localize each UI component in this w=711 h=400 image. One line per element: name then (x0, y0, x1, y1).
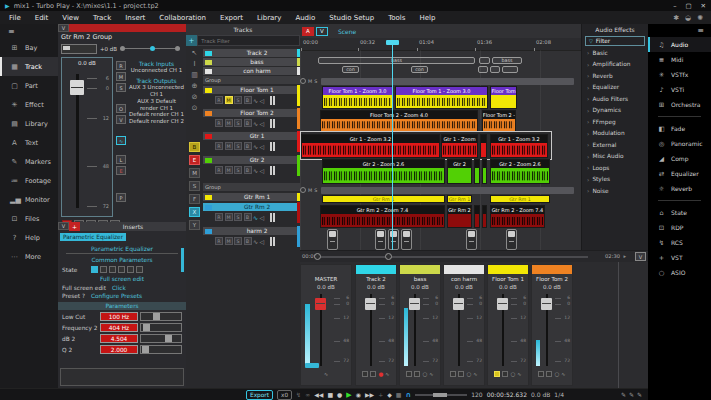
clip-gtr-1[interactable]: Gtr 1 - Zoom 3.2 (490, 134, 548, 158)
group-collapse-bar[interactable] (321, 78, 574, 85)
sidebar-item-text[interactable]: AText (0, 133, 58, 152)
track-solo-button[interactable]: S (234, 142, 242, 150)
pin-tool-icon[interactable]: ✎ (629, 391, 634, 398)
track-mute-button[interactable]: M (225, 213, 233, 221)
add-marker-button[interactable]: + (378, 391, 383, 398)
track-row-floor-tom-2[interactable]: Floor Tom 2 R M S B ∿ ◁ (203, 108, 300, 129)
sidebar-item-files[interactable]: ⊡Files (0, 209, 58, 228)
group-record-dot[interactable] (300, 187, 306, 193)
toggle-s-button[interactable]: S (189, 181, 200, 191)
cue-button[interactable]: ◉ (356, 391, 361, 398)
track-record-button[interactable]: R (215, 213, 223, 221)
gain-slider[interactable] (61, 44, 97, 54)
menu-audio[interactable]: Audio (288, 14, 322, 22)
track-row-gtr-rm-2-selected[interactable]: Gtr Rm 2 R M S B ∿ ◁ (203, 202, 300, 223)
play-button[interactable]: ▶ (346, 391, 351, 399)
effects-category-reverb[interactable]: ›Reverb (582, 70, 648, 82)
sidebar-item-markers[interactable]: ✎Markers (0, 152, 58, 171)
effects-category-loops[interactable]: ›Loops (582, 162, 648, 174)
add-insert-button[interactable]: + (69, 222, 80, 231)
fader-handle[interactable] (453, 298, 464, 310)
mixer-collapse-button[interactable]: V (635, 252, 646, 261)
wave-icon[interactable]: ∿ (253, 143, 258, 150)
clip-gtr-rm-2[interactable]: Gtr Rm 2 - Zoom 7.4 (490, 205, 545, 228)
scroll-arrow-icon[interactable]: ▸ (623, 253, 626, 259)
audio-tab[interactable]: A (302, 27, 314, 36)
forward-button[interactable]: ▶▶ (365, 391, 374, 398)
inspector-v-tab[interactable]: V (58, 24, 69, 32)
strip-checkbox[interactable] (406, 371, 412, 377)
sidebar-item-part[interactable]: ▢Part (0, 76, 58, 95)
visibility-button[interactable]: V (116, 115, 126, 124)
wave-icon[interactable]: ∿ (429, 371, 433, 377)
speaker-icon[interactable]: ◁ (260, 214, 265, 221)
eq-state-checkbox[interactable] (136, 266, 143, 273)
loop-icon[interactable]: ∞ (305, 391, 310, 398)
monitor-dot-icon[interactable]: ○ (554, 371, 559, 377)
track-mute-button[interactable]: M (225, 237, 233, 245)
clip-floor-tom-1[interactable]: Floor Tom (490, 86, 517, 109)
track-row-track2[interactable]: Track 2 (203, 48, 300, 57)
record-dot-icon[interactable]: ● (378, 371, 383, 377)
pin-tool-icon[interactable]: ✎ (637, 391, 642, 398)
strip-checkbox[interactable] (538, 371, 544, 377)
eq-preset-value[interactable]: Configure Presets (91, 293, 142, 299)
range-icon[interactable]: ■ (396, 391, 402, 398)
track-solo-button[interactable]: S (234, 96, 242, 104)
clip-gtr-2[interactable]: Gtr 2 - Zoom 2.6 (490, 159, 550, 184)
monitor-dot-icon[interactable]: ○ (510, 371, 515, 377)
rightbar-item-vst[interactable]: +VST (648, 250, 711, 265)
bolt-icon[interactable]: ↯ (296, 391, 301, 398)
wave-icon[interactable]: ∿ (561, 371, 565, 377)
pan-slider[interactable] (120, 45, 180, 53)
clip-gtr-1[interactable] (480, 134, 487, 158)
effects-category-styles[interactable]: ›Styles (582, 174, 648, 186)
automation-fader[interactable] (388, 229, 399, 250)
wave-icon[interactable]: ∿ (253, 120, 258, 127)
scroll-knob[interactable] (314, 253, 321, 260)
track-row-gtr-1[interactable]: Gtr 1 R M S B ∿ ◁ (203, 131, 300, 152)
track-record-button[interactable]: R (215, 237, 223, 245)
monitor-dot-icon[interactable]: ○ (466, 371, 471, 377)
record-button[interactable]: ● (337, 391, 342, 398)
eq-param-slider[interactable] (140, 323, 182, 332)
track-bypass-button[interactable]: B (244, 213, 252, 221)
track-mute-button[interactable]: M (225, 142, 233, 150)
wave-icon[interactable]: ∿ (253, 214, 258, 221)
track-group-header[interactable]: Group (203, 76, 300, 84)
scroll-knob[interactable] (385, 253, 392, 260)
sidebar-item-library[interactable]: ▤Library (0, 114, 58, 133)
eq-param-slider[interactable] (140, 345, 182, 354)
video-tab[interactable]: V (316, 27, 328, 36)
track-row-gtr-2[interactable]: Gtr 2 R M S B ∿ ◁ (203, 155, 300, 176)
track-mute-button[interactable]: M (225, 96, 233, 104)
wave-icon[interactable]: ∿ (473, 371, 477, 377)
track-record-button[interactable]: R (215, 96, 223, 104)
snap-magnet-icon[interactable]: ∩ (406, 391, 412, 399)
wave-icon[interactable]: ∿ (324, 371, 328, 377)
marker-icon[interactable]: ◆ (387, 391, 392, 398)
clip[interactable] (479, 57, 490, 64)
tempo-slider[interactable] (415, 394, 467, 396)
clip-gtr-rm-1[interactable]: Gtr Rm 1 (322, 195, 445, 203)
track-row-harm-2[interactable]: harm 2 R M S B ∿ ◁ (203, 226, 300, 247)
eq-state-checkbox[interactable] (127, 266, 134, 273)
sidebar-item-more[interactable]: ⋯More (0, 247, 58, 266)
clip-floor-tom-1[interactable]: Floor Tom 1 - Zoom 3.0 (395, 86, 488, 109)
rightbar-item-state[interactable]: ⌂State (648, 205, 711, 220)
clip-con[interactable]: con (342, 66, 359, 73)
strip-checkbox[interactable] (502, 371, 508, 377)
eq-param-value[interactable]: 2.000 (100, 345, 138, 354)
link-button[interactable]: L (116, 155, 126, 164)
eq-param-value[interactable]: 100 Hz (100, 312, 138, 321)
strip-checkbox[interactable] (414, 371, 420, 377)
speaker-icon[interactable]: ◁ (260, 143, 265, 150)
erase-tool-icon[interactable]: ⊘ (192, 93, 198, 101)
edit-button[interactable]: E (116, 166, 126, 175)
wave-icon[interactable]: ∿ (253, 238, 258, 245)
toggle-y-button[interactable]: Y (189, 220, 200, 230)
globe-icon[interactable]: ◒ (685, 14, 691, 22)
clip-gtr-rm-2[interactable]: Gtr Rm 2 - Zoom 7.4 (320, 205, 445, 228)
track-group-header[interactable]: Group (203, 183, 300, 191)
track-mute-button[interactable]: M (225, 166, 233, 174)
